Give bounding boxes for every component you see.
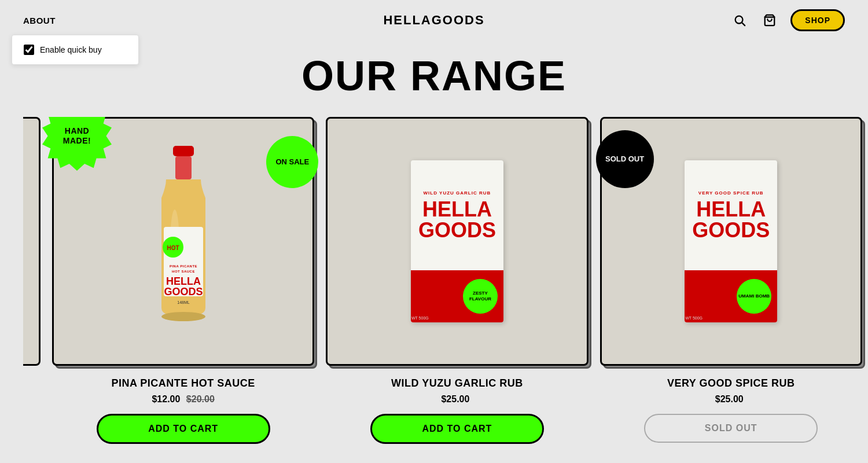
nav-about[interactable]: ABOUT [23,16,56,25]
add-to-cart-wild-yuzu[interactable]: ADD TO CART [370,414,544,444]
header-left: ABOUT [23,16,56,25]
badge-soldout-text: SOLD OUT [605,155,644,164]
packet-top-yuzu: WILD YUZU GARLIC RUB HELLAGOODS [411,160,503,270]
cart-icon [763,14,776,27]
badge-soldout-circle: SOLD OUT [596,130,654,188]
search-icon [733,14,746,27]
packet-brand-yuzu: HELLAGOODS [418,199,496,241]
product-card-very-good-spice: SOLD OUT VERY GOOD SPICE RUB HELLAGOODS … [600,117,862,449]
packet-bottom-yuzu: ZESTY FLAVOUR NET WT 500G [411,270,503,322]
svg-point-14 [161,312,205,321]
packet-net-wt-yuzu: NET WT 500G [411,316,429,320]
packet-sublabel-spice: VERY GOOD SPICE RUB [698,190,764,196]
product-image-container-yuzu: WILD YUZU GARLIC RUB HELLAGOODS ZESTY FL… [328,119,586,364]
quick-buy-label[interactable]: Enable quick buy [40,45,102,54]
packet-bottom-spice: UMAMI BOMB NET WT 500G [685,270,777,322]
products-section: HANDMADE! ON SALE [0,117,868,450]
product-info-pina-picante: PINA PICANTE HOT SAUCE $12.00 $20.00 ADD… [52,366,314,450]
price-sale-very-good-spice: $25.00 [715,394,744,404]
svg-text:GOODS: GOODS [164,286,203,297]
packet-brand-spice: HELLAGOODS [692,199,770,241]
product-price-pina-picante: $12.00 $20.00 [58,394,308,405]
product-info-wild-yuzu: WILD YUZU GARLIC RUB $25.00 ADD TO CART [326,366,588,450]
badge-onsale-text: ON SALE [275,157,309,167]
packet-flavor-badge-spice: UMAMI BOMB [737,279,771,314]
svg-text:HOT SAUCE: HOT SAUCE [172,270,195,273]
svg-line-1 [742,23,745,25]
site-logo: HELLAGOODS [383,13,484,28]
price-sale-pina-picante: $12.00 [152,394,180,404]
product-image-wild-yuzu: WILD YUZU GARLIC RUB HELLAGOODS ZESTY FL… [326,117,588,366]
product-name-pina-picante: PINA PICANTE HOT SAUCE [58,377,308,389]
svg-rect-3 [173,146,194,156]
product-name-very-good-spice: VERY GOOD SPICE RUB [606,377,856,389]
search-button[interactable] [730,11,749,30]
hot-sauce-bottle-svg: HOT PINA PICANTE HOT SAUCE HELLA GOODS 1… [143,146,224,337]
svg-rect-4 [175,156,192,179]
spice-packet-spice: VERY GOOD SPICE RUB HELLAGOODS UMAMI BOM… [685,160,777,322]
add-to-cart-pina-picante[interactable]: ADD TO CART [97,414,270,444]
spice-packet-yuzu: WILD YUZU GARLIC RUB HELLAGOODS ZESTY FL… [411,160,503,322]
packet-net-wt-spice: NET WT 500G [685,316,703,320]
packet-sublabel-yuzu: WILD YUZU GARLIC RUB [424,190,491,196]
product-name-wild-yuzu: WILD YUZU GARLIC RUB [332,377,582,389]
product-price-wild-yuzu: $25.00 [332,394,582,405]
quick-buy-dropdown: Enable quick buy [12,35,139,65]
product-card-pina-picante: HANDMADE! ON SALE [52,117,314,450]
badge-onsale: ON SALE [266,136,318,188]
product-price-very-good-spice: $25.00 [606,394,856,405]
price-original-pina-picante: $20.00 [186,394,215,404]
shop-button[interactable]: SHOP [790,9,845,31]
product-info-very-good-spice: VERY GOOD SPICE RUB $25.00 SOLD OUT [600,366,862,449]
badge-handmade-text: HANDMADE! [63,126,91,146]
quick-buy-checkbox[interactable] [24,45,34,55]
svg-text:HELLA: HELLA [166,275,201,287]
svg-text:HOT: HOT [167,245,179,251]
product-card-wild-yuzu: WILD YUZU GARLIC RUB HELLAGOODS ZESTY FL… [326,117,588,450]
packet-flavor-text-yuzu: ZESTY FLAVOUR [463,291,498,302]
price-sale-wild-yuzu: $25.00 [441,394,469,404]
cart-button[interactable] [760,11,779,30]
partial-card-left [23,117,41,366]
product-image-pina-picante: HANDMADE! ON SALE [52,117,314,366]
sold-out-button-very-good-spice[interactable]: SOLD OUT [644,414,818,443]
packet-top-spice: VERY GOOD SPICE RUB HELLAGOODS [685,160,777,270]
packet-flavor-text-spice: UMAMI BOMB [738,293,770,299]
products-grid: HANDMADE! ON SALE [0,117,868,450]
product-image-very-good-spice: SOLD OUT VERY GOOD SPICE RUB HELLAGOODS … [600,117,862,366]
svg-text:148ML: 148ML [177,300,190,304]
header-right: SHOP [730,9,845,31]
packet-flavor-badge-yuzu: ZESTY FLAVOUR [463,279,498,314]
svg-text:PINA PICANTE: PINA PICANTE [170,264,197,268]
